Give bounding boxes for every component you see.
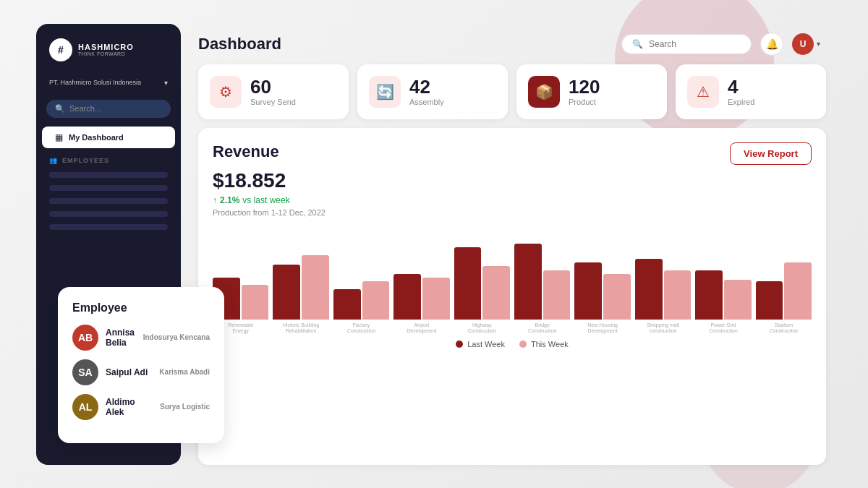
chart-label: Stadium Construction [756,322,812,335]
stat-info-product: 120 Product [569,77,600,106]
bar-group [574,262,630,319]
stat-label-survey: Survey Send [250,98,296,106]
revenue-change-label: vs last week [242,195,289,205]
chart-label: Highway Construction [454,322,510,335]
employee-company: Surya Logistic [160,403,210,411]
logo-area: # HASHMICRO THINK FORWARD [36,38,181,73]
menu-item-skeleton-5 [49,224,168,230]
bar-this-week [482,266,510,319]
bar-last-week [574,262,602,319]
bar-last-week [695,270,723,320]
arrow-up-icon: ↑ [213,195,217,205]
legend-this-week: This Week [519,340,569,348]
notification-button[interactable]: 🔔 [760,33,783,56]
section-employees: 👥 EMPLOYEES [36,148,181,168]
bar-group [514,244,570,320]
avatar-button[interactable]: U ▾ [792,33,820,55]
header-right: 🔍 🔔 U ▾ [621,33,820,56]
employee-company: Karisma Abadi [159,368,210,376]
bar-this-week [724,280,752,319]
employee-info: Saipul Adi [106,367,152,377]
chart-label: Shopping mall construction [635,322,691,335]
employee-card: Employee AB Annisa Belia Indosurya Kenca… [58,287,224,443]
sidebar-item-dashboard[interactable]: ▦ My Dashboard [42,127,175,148]
avatar: AB [72,325,98,351]
legend-dot-last-week [456,341,463,348]
stat-card-product: 📦 120 Product [516,64,667,119]
bar-group [273,255,328,320]
bar-last-week [635,259,663,320]
employee-list: AB Annisa Belia Indosurya Kencana SA Sai… [72,325,210,420]
revenue-header: Revenue View Report [213,142,812,165]
employee-name: Saipul Adi [106,367,152,377]
header-search-input[interactable] [649,39,741,49]
bar-last-week [273,265,300,319]
employee-card-title: Employee [72,301,210,314]
list-item: AB Annisa Belia Indosurya Kencana [72,325,210,351]
bar-group [635,259,691,320]
chart-legend: Last Week This Week [213,340,812,348]
revenue-card: Revenue View Report $18.852 ↑ 2.1% vs la… [198,128,826,465]
stat-icon-product: 📦 [528,76,560,108]
chart-label: Bridge Construction [514,322,570,335]
stat-cards: ⚙ 60 Survey Send 🔄 42 Assembly 📦 120 Pro… [192,64,832,128]
chart-label: Power Grid Construction [695,322,751,335]
chart-labels: Renewable EnergyHistoric Building Rehabi… [213,322,812,335]
chart-label: New Housing Development [574,322,630,335]
revenue-change: ↑ 2.1% vs last week [213,195,812,205]
bar-group [333,281,389,319]
bar-this-week [422,278,450,320]
header-search-icon: 🔍 [632,39,643,49]
employee-name: Aldimo Alek [106,397,153,417]
bar-this-week [362,281,390,319]
employee-name: Annisa Belia [106,328,136,348]
chart-container: Renewable EnergyHistoric Building Rehabi… [213,226,812,341]
chart-label: Airport Development [393,322,449,335]
bar-this-week [543,270,571,320]
employees-icon: 👥 [49,157,58,164]
stat-info-expired: 4 Expired [728,77,754,106]
view-report-button[interactable]: View Report [730,142,812,165]
employee-info: Aldimo Alek [106,397,153,417]
main-content: Dashboard 🔍 🔔 U ▾ ⚙ 60 Survey Send 🔄 [181,24,832,465]
stat-number-assembly: 42 [409,77,444,96]
chart-label: Factory Construction [333,322,389,335]
stat-number-survey: 60 [250,77,296,96]
legend-this-week-label: This Week [531,340,569,348]
stat-info-survey: 60 Survey Send [250,77,296,106]
header-search-bar[interactable]: 🔍 [621,34,752,54]
stat-label-product: Product [569,98,600,106]
bar-group [454,247,510,319]
bar-this-week [242,285,269,319]
avatar: U [792,33,814,55]
chevron-down-icon: ▾ [817,40,820,48]
bar-group [756,262,812,319]
bar-last-week [454,247,482,319]
brand-tagline: THINK FORWARD [78,51,134,56]
sidebar-search-input[interactable] [69,104,162,113]
stat-icon-survey: ⚙ [210,76,242,108]
menu-item-skeleton-1 [49,172,168,178]
legend-last-week: Last Week [456,340,505,348]
bar-group [393,274,449,320]
bar-last-week [393,274,421,320]
bar-last-week [756,281,783,319]
avatar: SA [72,359,98,385]
bar-last-week [514,244,542,320]
list-item: SA Saipul Adi Karisma Abadi [72,359,210,385]
company-selector[interactable]: PT. Hashmicro Solusi Indonesia ▾ [36,73,181,93]
menu-item-skeleton-4 [49,211,168,217]
stat-card-assembly: 🔄 42 Assembly [357,64,508,119]
brand-name: HASHMICRO [78,43,134,51]
sidebar-search-box[interactable]: 🔍 [46,100,171,118]
stat-card-expired: ⚠ 4 Expired [676,64,826,119]
search-icon: 🔍 [55,104,65,114]
chevron-down-icon: ▾ [164,79,168,87]
page-title: Dashboard [198,35,281,53]
chart-bars [213,226,812,320]
bar-last-week [333,289,361,320]
stat-label-assembly: Assembly [409,98,444,106]
legend-dot-this-week [519,341,527,348]
avatar: AL [72,394,98,420]
revenue-title: Revenue [213,142,279,161]
